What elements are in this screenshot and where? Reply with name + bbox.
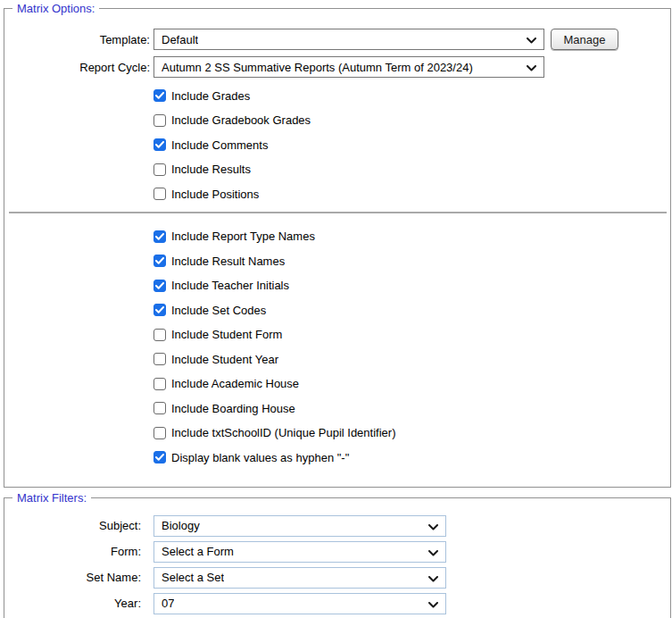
option-checkbox-label: Include Result Names <box>171 255 285 268</box>
template-row: Template: Default Manage <box>4 29 670 50</box>
option-checkbox[interactable] <box>153 138 166 151</box>
checkbox-row: Include Boarding House <box>153 401 670 415</box>
report-cycle-select[interactable]: Autumn 2 SS Summative Reports (Autumn Te… <box>153 56 544 78</box>
checkbox-row: Include Report Type Names <box>153 230 670 244</box>
option-checkbox[interactable] <box>153 304 166 316</box>
option-checkbox-label: Display blank values as hyphen "-" <box>171 451 349 464</box>
checkbox-row: Include Grades <box>153 88 670 103</box>
filter-row: Subject: Biology <box>4 515 670 537</box>
option-checkbox[interactable] <box>153 230 166 243</box>
option-checkbox[interactable] <box>153 427 166 439</box>
matrix-filters-legend: Matrix Filters: <box>12 491 91 505</box>
checkbox-row: Include Academic House <box>153 377 670 391</box>
filter-select[interactable]: Select a Set <box>153 567 446 589</box>
filter-select-value: Select a Form <box>162 545 234 558</box>
option-checkbox-label: Include Student Form <box>171 328 282 341</box>
filter-select-value: Biology <box>162 519 200 532</box>
option-checkbox-label: Include Boarding House <box>171 402 295 415</box>
filter-select[interactable]: Biology <box>153 515 446 537</box>
report-cycle-select-value: Autumn 2 SS Summative Reports (Autumn Te… <box>162 61 473 74</box>
checkbox-row: Include txtSchoolID (Unique Pupil Identi… <box>153 426 670 440</box>
filter-row: Set Name: Select a Set <box>4 567 670 589</box>
checkbox-row: Include Set Codes <box>153 303 670 317</box>
checkmark-icon <box>155 454 164 461</box>
report-cycle-label: Report Cycle: <box>4 61 150 74</box>
filter-select[interactable]: Select a Form <box>153 541 446 563</box>
matrix-options-section: Matrix Options: Template: Default Manage… <box>4 2 671 488</box>
template-select[interactable]: Default <box>153 29 544 50</box>
checkmark-icon <box>155 257 164 264</box>
checkbox-row: Include Student Form <box>153 328 670 342</box>
chevron-down-icon <box>428 576 438 582</box>
matrix-filters-section: Matrix Filters: Subject: Biology Form: S… <box>4 491 671 618</box>
filters-rows: Subject: Biology Form: Select a Form Set… <box>4 515 670 618</box>
option-checkbox[interactable] <box>153 188 166 200</box>
filter-select[interactable]: 07 <box>153 593 446 614</box>
chevron-down-icon <box>527 38 536 44</box>
option-checkbox-label: Include Student Year <box>171 353 278 366</box>
filter-select-value: 07 <box>162 597 174 610</box>
option-checkbox[interactable] <box>153 451 166 464</box>
option-checkbox-label: Include Positions <box>171 188 259 201</box>
filter-row: Year: 07 <box>4 593 670 614</box>
option-checkbox-label: Include Gradebook Grades <box>171 113 311 127</box>
filter-label: Set Name: <box>4 571 141 584</box>
options-checkbox-group-2: Include Report Type Names Include Result… <box>4 230 670 465</box>
option-checkbox-label: Include Academic House <box>171 377 299 390</box>
option-checkbox[interactable] <box>153 353 166 365</box>
checkbox-row: Include Student Year <box>153 352 670 366</box>
option-checkbox-label: Include Teacher Initials <box>171 279 289 292</box>
filter-label: Subject: <box>4 519 141 532</box>
checkmark-icon <box>155 92 164 99</box>
checkbox-row: Include Results <box>153 163 670 177</box>
option-checkbox[interactable] <box>153 280 166 292</box>
option-checkbox-label: Include Comments <box>171 138 268 152</box>
report-cycle-row: Report Cycle: Autumn 2 SS Summative Repo… <box>4 56 670 78</box>
option-checkbox[interactable] <box>153 378 166 390</box>
filter-label: Form: <box>4 545 141 558</box>
checkmark-icon <box>155 306 164 313</box>
option-checkbox[interactable] <box>153 114 166 127</box>
filter-select-value: Select a Set <box>162 571 224 584</box>
option-checkbox[interactable] <box>153 402 166 414</box>
checkmark-icon <box>155 141 164 148</box>
option-checkbox[interactable] <box>153 89 166 102</box>
manage-button[interactable]: Manage <box>551 29 618 50</box>
option-checkbox[interactable] <box>153 329 166 341</box>
option-checkbox-label: Include txtSchoolID (Unique Pupil Identi… <box>171 426 395 439</box>
template-label: Template: <box>4 33 150 46</box>
checkbox-row: Include Gradebook Grades <box>153 113 670 128</box>
checkmark-icon <box>155 233 164 240</box>
chevron-down-icon <box>428 550 438 556</box>
filter-row: Form: Select a Form <box>4 541 670 563</box>
option-checkbox[interactable] <box>153 255 166 267</box>
option-checkbox-label: Include Set Codes <box>171 304 266 317</box>
checkbox-row: Display blank values as hyphen "-" <box>153 450 670 464</box>
matrix-options-legend: Matrix Options: <box>12 2 99 15</box>
chevron-down-icon <box>527 65 536 71</box>
option-checkbox-label: Include Grades <box>171 89 250 103</box>
template-select-value: Default <box>162 33 198 46</box>
filter-label: Year: <box>4 597 141 610</box>
section-divider <box>9 212 667 213</box>
chevron-down-icon <box>428 524 438 530</box>
checkmark-icon <box>155 282 164 289</box>
checkbox-row: Include Comments <box>153 138 670 152</box>
chevron-down-icon <box>428 602 438 608</box>
checkbox-row: Include Result Names <box>153 254 670 268</box>
options-checkbox-group-1: Include Grades Include Gradebook Grades … <box>4 88 670 201</box>
option-checkbox-label: Include Report Type Names <box>171 230 315 243</box>
checkbox-row: Include Teacher Initials <box>153 279 670 293</box>
option-checkbox-label: Include Results <box>171 163 251 176</box>
option-checkbox[interactable] <box>153 163 166 176</box>
checkbox-row: Include Positions <box>153 187 670 201</box>
